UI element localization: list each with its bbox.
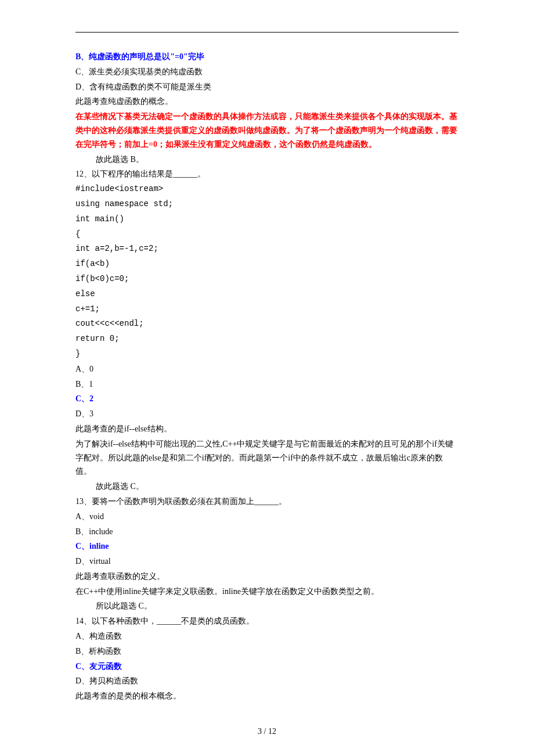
q13-explanation-1: 此题考查联函数的定义。 <box>75 570 459 584</box>
q13-option-c: C、inline <box>75 539 459 553</box>
q11-answer: 故此题选 B。 <box>75 153 459 167</box>
q12-code-line: int main() <box>75 213 459 226</box>
q12-code-line: else <box>75 287 459 301</box>
q12-option-a: A、0 <box>75 362 459 376</box>
q12-code-line: int a=2,b=-1,c=2; <box>75 242 459 256</box>
q11-explanation-2: 在某些情况下基类无法确定一个虚函数的具体操作方法或容，只能靠派生类来提供各个具体… <box>75 110 459 151</box>
q12-option-b: B、1 <box>75 377 459 391</box>
q14-option-c: C、友元函数 <box>75 660 459 674</box>
q11-option-b: B、纯虚函数的声明总是以"=0"完毕 <box>75 50 459 64</box>
q11-option-d: D、含有纯虚函数的类不可能是派生类 <box>75 80 459 94</box>
q14-option-b: B、析构函数 <box>75 645 459 658</box>
page-content: B、纯虚函数的声明总是以"=0"完毕 C、派生类必须实现基类的纯虚函数 D、含有… <box>0 0 534 756</box>
q12-explanation-2: 为了解决if--else结构中可能出现的二义性,C++中规定关键字是与它前面最近… <box>75 437 459 478</box>
q12-code-line: #include<iostream> <box>75 182 459 196</box>
q12-code-line: cout<<c<<endl; <box>75 317 459 331</box>
q12-code-line: c+=1; <box>75 303 459 316</box>
q12-code-line: } <box>75 347 459 361</box>
q12-stem: 12、以下程序的输出结果是______。 <box>75 167 459 181</box>
q14-stem: 14、以下各种函数中，______不是类的成员函数。 <box>75 614 459 628</box>
q13-option-a: A、void <box>75 510 459 524</box>
q13-stem: 13、要将一个函数声明为联函数必须在其前面加上______。 <box>75 495 459 509</box>
q13-explanation-2: 在C++中使用inline关键字来定义联函数。inline关键字放在函数定义中函… <box>75 585 459 599</box>
q14-option-a: A、构造函数 <box>75 629 459 643</box>
top-rule <box>75 32 459 33</box>
q12-code-line: { <box>75 228 459 242</box>
page-number: 3 / 12 <box>0 725 534 739</box>
q13-answer: 所以此题选 C。 <box>75 599 459 613</box>
q12-explanation-1: 此题考查的是if--else结构。 <box>75 422 459 436</box>
q14-option-d: D、拷贝构造函数 <box>75 674 459 688</box>
q14-explanation-1: 此题考查的是类的根本概念。 <box>75 689 459 703</box>
q12-answer: 故此题选 C。 <box>75 480 459 494</box>
q11-explanation-1: 此题考查纯虚函数的概念。 <box>75 95 459 109</box>
q12-code-line: if(a<b) <box>75 257 459 271</box>
q12-code-line: if(b<0)c=0; <box>75 272 459 286</box>
q12-code-line: using namespace std; <box>75 197 459 211</box>
q12-option-c: C、2 <box>75 392 459 406</box>
q12-code-line: return 0; <box>75 332 459 346</box>
q11-option-c: C、派生类必须实现基类的纯虚函数 <box>75 65 459 79</box>
q12-option-d: D、3 <box>75 407 459 421</box>
q13-option-b: B、include <box>75 525 459 539</box>
q13-option-d: D、virtual <box>75 555 459 568</box>
